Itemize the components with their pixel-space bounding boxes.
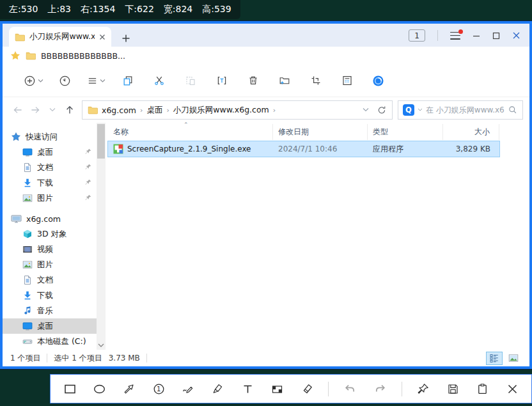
sidebar-item[interactable]: 本地磁盘 (C:) [3,334,97,349]
file-list-header: ⌃ 名称修改日期类型大小 [108,124,529,140]
arrow-tool-button[interactable] [121,380,137,397]
sidebar-item-label: 下载 [37,290,53,301]
number-tool-button[interactable]: 1 [150,380,167,397]
capture-coordinate: 宽:824 [164,4,192,15]
music-icon [22,306,33,316]
search-engine-badge[interactable]: Q [403,104,414,116]
sidebar-item-label: 图片 [37,260,53,270]
capture-coordinate: 右:1354 [81,4,115,15]
address-bar[interactable]: x6g.com›桌面›小刀娱乐网www.x6g.com› [82,100,393,120]
active-tab[interactable]: 小刀娱乐网www.x [9,27,111,47]
pin-tool-button[interactable] [415,380,432,397]
breadcrumb-segment[interactable]: x6g.com [102,105,136,115]
breadcrumb-segment[interactable]: 桌面 [146,105,162,116]
selected-count: 选中 1 个项目 [54,353,102,364]
clipboard-tool-button[interactable] [474,380,491,397]
tab-count-badge[interactable]: 1 [409,29,425,42]
copy-button[interactable] [112,75,143,86]
sidebar-item[interactable]: 文档 [3,272,97,288]
text-tool-button[interactable] [239,380,256,397]
new-folder-button[interactable] [269,75,300,86]
properties-button[interactable] [331,75,363,86]
marker-tool-button[interactable] [210,380,226,397]
chevron-down-icon [38,79,43,83]
column-header[interactable]: 类型 [368,124,443,140]
column-header[interactable]: 大小 [443,124,499,140]
sidebar-item[interactable]: 音乐 [3,303,97,318]
recent-locations-chevron-icon[interactable] [43,107,61,113]
favorites-item[interactable]: BBBBBBBBBBBBBB... [10,51,125,61]
sidebar-item[interactable]: 桌面 [3,144,97,160]
delete-button[interactable] [237,75,269,86]
sidebar-item-label: 本地磁盘 (C:) [37,336,86,347]
cut-button[interactable] [143,75,175,86]
sidebar-item[interactable]: 文档 [3,160,97,175]
search-chevron-down-icon[interactable] [418,108,423,112]
eraser-tool-button[interactable] [299,380,315,397]
sidebar-section-quick-access[interactable]: 快速访问 [3,129,97,144]
save-tool-button[interactable] [444,380,461,397]
details-view-button[interactable] [486,352,503,365]
undo-tool-button[interactable] [342,380,359,397]
app-logo-button[interactable] [363,75,394,87]
breadcrumb-segment[interactable]: 小刀娱乐网www.x6g.com [173,105,269,116]
pin-icon [84,148,92,155]
search-input[interactable]: Q 在 小刀娱乐网www.x6... [398,100,523,120]
file-size: 3,829 KB [443,141,499,157]
tab-title: 小刀娱乐网www.x [29,31,95,42]
sidebar-item[interactable]: 图片 [3,191,97,206]
recent-button[interactable] [49,75,81,87]
cut-icon [153,75,165,86]
select-button[interactable] [300,75,331,86]
up-button[interactable] [61,104,78,116]
sidebar-item-label: 文档 [37,162,53,173]
refresh-icon[interactable] [377,105,387,115]
mosaic-tool-button[interactable] [269,380,286,397]
sort-ascending-icon: ⌃ [184,121,189,128]
paste-button[interactable] [175,75,206,86]
close-tool-button[interactable] [504,380,520,397]
forward-button[interactable] [26,104,43,116]
back-button[interactable] [9,104,26,116]
sidebar-item[interactable]: 下载 [3,288,97,303]
sidebar-item[interactable]: 图片 [3,257,97,272]
document-icon [22,275,33,285]
breadcrumb-chevron-icon[interactable]: › [140,106,143,114]
thumbnail-view-button[interactable] [505,352,522,365]
window-controls: 1 [409,29,523,42]
sidebar-item[interactable]: 下载 [3,175,97,191]
divider [437,30,438,41]
sidebar-item[interactable]: 视频 [3,242,97,257]
redo-tool-button[interactable] [372,380,388,397]
new-item-button[interactable] [18,75,49,87]
scrollbar-down-icon[interactable] [98,343,104,348]
pen-tool-button[interactable] [180,380,197,397]
file-date: 2024/7/1 10:46 [273,141,368,157]
ellipse-tool-button[interactable] [91,380,107,397]
sidebar-section-computer[interactable]: x6g.com [3,211,97,226]
quick-access-icon [11,132,21,142]
sidebar-scrollbar[interactable] [97,123,106,350]
scrollbar-thumb[interactable] [97,124,105,159]
sidebar: 快速访问桌面文档下载图片x6g.com3D 对象视频图片文档下载音乐桌面本地磁盘… [3,123,97,350]
column-header[interactable]: 名称 [108,124,273,140]
breadcrumb-chevron-icon[interactable]: › [166,106,169,114]
column-header[interactable]: 修改日期 [273,124,368,140]
minimize-button[interactable] [473,32,480,40]
window-close-button[interactable] [512,31,520,40]
breadcrumb-chevron-icon[interactable]: › [273,106,276,114]
sidebar-item[interactable]: 3D 对象 [3,226,97,242]
sort-button[interactable] [81,75,112,86]
new-folder-icon [279,75,290,86]
rename-button[interactable] [206,75,237,86]
search-icon[interactable] [508,105,518,115]
sidebar-item-label: 桌面 [37,147,53,158]
menu-button[interactable] [450,32,460,40]
rectangle-tool-button[interactable] [61,380,78,397]
tab-close-icon[interactable] [99,34,106,40]
maximize-button[interactable] [492,32,500,40]
sidebar-item[interactable]: 桌面 [3,318,97,334]
file-row[interactable]: ScreenCapture_2.1.9_Single.exe2024/7/1 1… [108,141,499,157]
address-chevron-down-icon[interactable] [363,107,369,113]
new-tab-button[interactable] [121,34,130,43]
